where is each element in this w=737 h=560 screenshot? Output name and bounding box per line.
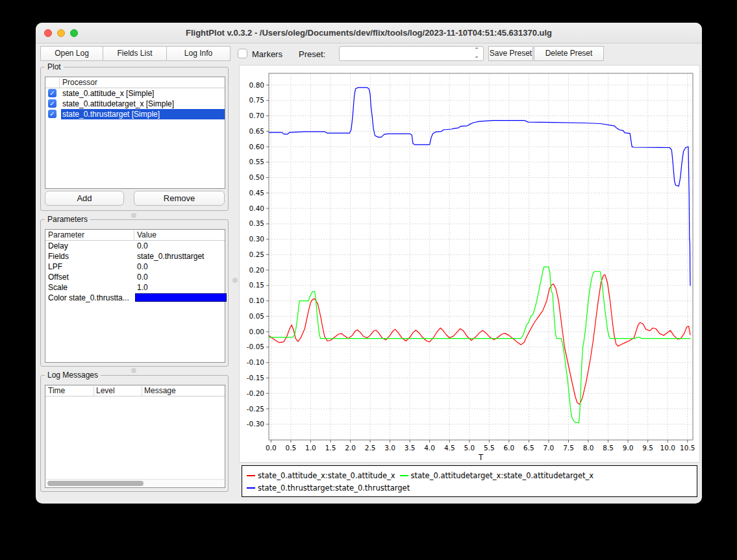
save-preset-button[interactable]: Save Preset	[488, 46, 533, 61]
log-messages-group: Log Messages Time Level Message	[40, 375, 229, 492]
parameters-table[interactable]: Parameter Value Delay0.0Fieldsstate_0.th…	[45, 229, 225, 363]
log-horizontal-scrollbar[interactable]	[46, 479, 224, 487]
y-tick-label: 0.25	[249, 250, 264, 258]
legend-item-label: state_0.attitude_x:state_0.attitude_x	[258, 471, 395, 480]
legend-item-label: state_0.thrusttarget:state_0.thrusttarge…	[258, 483, 410, 493]
processor-header-row: Processor	[45, 77, 225, 88]
column-divider	[94, 386, 94, 396]
delete-preset-button[interactable]: Delete Preset	[534, 46, 604, 61]
x-tick-label: 7.5	[563, 444, 574, 452]
legend-line-sample	[247, 475, 255, 476]
log-messages-table[interactable]: Time Level Message	[45, 385, 225, 488]
scrollbar-thumb[interactable]	[47, 481, 144, 486]
x-tick-label: 2.0	[345, 444, 356, 452]
preset-label: Preset:	[299, 49, 325, 59]
chart-legend: state_0.attitude_x:state_0.attitude_xsta…	[242, 465, 697, 497]
processor-row-label: state_0.thrusttarget [Simple]	[61, 109, 225, 119]
y-tick-label: 0.65	[249, 127, 264, 135]
splitter-handle-vertical[interactable]	[232, 278, 238, 283]
parameter-value: 1.0	[137, 282, 148, 293]
x-tick-label: 4.5	[444, 444, 455, 452]
row-checkbox[interactable]: ✓	[48, 110, 56, 118]
parameter-column-header: Parameter	[48, 230, 84, 241]
x-tick-label: 6.0	[504, 444, 515, 452]
y-tick-label: -0.15	[247, 374, 264, 382]
y-tick-label: 0.60	[249, 143, 264, 151]
row-checkbox[interactable]: ✓	[48, 89, 56, 97]
y-tick-label: 0.05	[249, 312, 264, 320]
chart-svg[interactable]: 0.00.51.01.52.02.53.03.54.04.55.05.56.06…	[240, 66, 699, 462]
processor-row[interactable]: ✓state_0.thrusttarget [Simple]	[45, 109, 225, 119]
parameter-row[interactable]: Scale1.0	[45, 282, 225, 293]
y-tick-label: 0.80	[249, 81, 264, 89]
x-tick-label: 8.0	[583, 444, 594, 452]
x-tick-label: 5.5	[484, 444, 495, 452]
y-tick-label: 0.55	[249, 158, 264, 165]
parameter-name: Offset	[48, 272, 69, 282]
preset-combobox[interactable]: ⌃⌄	[339, 46, 484, 61]
x-tick-label: 1.0	[305, 444, 316, 452]
y-tick-label: 0.45	[249, 189, 264, 197]
fields-list-button[interactable]: Fields List	[103, 46, 167, 61]
row-checkbox[interactable]: ✓	[48, 99, 56, 108]
x-tick-label: 8.5	[603, 444, 614, 452]
legend-item: state_0.thrusttarget:state_0.thrusttarge…	[247, 483, 410, 493]
y-tick-label: -0.10	[247, 358, 264, 366]
x-tick-label: 2.5	[365, 444, 376, 452]
legend-item: state_0.attitudetarget_x:state_0.attitud…	[400, 471, 594, 480]
processor-row[interactable]: ✓state_0.attitude_x [Simple]	[45, 88, 225, 99]
splitter-handle-bottom[interactable]	[131, 368, 136, 373]
y-tick-label: -0.25	[247, 405, 264, 413]
processor-row-label: state_0.attitude_x [Simple]	[61, 88, 225, 99]
parameter-value: 0.0	[137, 241, 148, 251]
y-tick-label: 0.20	[249, 266, 264, 274]
legend-row-2: state_0.thrusttarget:state_0.thrusttarge…	[247, 481, 692, 494]
chart-panel[interactable]: 0.00.51.01.52.02.53.03.54.04.55.05.56.06…	[239, 65, 700, 463]
y-tick-label: 0.00	[249, 328, 264, 335]
color-swatch[interactable]	[135, 293, 227, 302]
parameter-value: 0.0	[137, 272, 148, 282]
plot-processor-rows: ✓state_0.attitude_x [Simple]✓state_0.att…	[45, 88, 225, 119]
title-bar[interactable]: FlightPlot v.0.3.2 - /Users/oleg/Documen…	[36, 23, 702, 43]
parameter-name: Delay	[48, 241, 68, 251]
level-column-header: Level	[96, 385, 115, 396]
parameter-name: Scale	[48, 282, 68, 293]
y-tick-label: 0.75	[249, 96, 264, 104]
processor-row[interactable]: ✓state_0.attitudetarget_x [Simple]	[45, 99, 225, 109]
open-log-button[interactable]: Open Log	[40, 46, 103, 61]
parameter-name: LPF	[48, 262, 62, 272]
log-info-button[interactable]: Log Info	[166, 46, 231, 61]
parameter-row[interactable]: Delay0.0	[45, 241, 225, 251]
parameter-row[interactable]: Fieldsstate_0.thrusttarget	[45, 251, 225, 262]
add-button[interactable]: Add	[45, 191, 124, 206]
processor-column-header: Processor	[62, 77, 97, 88]
x-axis-label: T	[478, 453, 484, 462]
combo-stepper-icon[interactable]: ⌃⌄	[473, 47, 481, 60]
column-divider	[59, 78, 60, 88]
y-tick-label: 0.10	[249, 297, 264, 304]
x-tick-label: 1.5	[325, 444, 336, 452]
log-header-row: Time Level Message	[45, 385, 225, 396]
y-tick-label: -0.30	[247, 420, 264, 428]
parameter-row[interactable]: Offset0.0	[45, 272, 225, 282]
legend-line-sample	[247, 487, 255, 489]
parameter-name: Color state_0.thrustta...	[48, 293, 129, 303]
parameter-row[interactable]: LPF0.0	[45, 262, 225, 272]
parameter-color-row[interactable]: Color state_0.thrustta...	[45, 293, 225, 303]
x-tick-label: 9.5	[642, 444, 653, 452]
plot-group: Plot Processor ✓state_0.attitude_x [Simp…	[40, 67, 229, 211]
x-tick-label: 4.0	[424, 444, 435, 452]
x-tick-label: 5.0	[464, 444, 475, 452]
flightplot-window: FlightPlot v.0.3.2 - /Users/oleg/Documen…	[36, 23, 702, 504]
plot-processor-table[interactable]: Processor ✓state_0.attitude_x [Simple]✓s…	[45, 77, 225, 189]
remove-button[interactable]: Remove	[134, 191, 225, 206]
legend-row-1: state_0.attitude_x:state_0.attitude_xsta…	[247, 469, 692, 481]
x-tick-label: 10.5	[680, 444, 695, 452]
x-tick-label: 7.0	[543, 444, 555, 452]
y-tick-label: 0.35	[249, 219, 264, 227]
log-messages-group-title: Log Messages	[45, 371, 101, 380]
value-column-header: Value	[137, 230, 156, 241]
markers-checkbox[interactable]	[238, 49, 247, 58]
window-title: FlightPlot v.0.3.2 - /Users/oleg/Documen…	[36, 23, 702, 43]
splitter-handle-top[interactable]	[131, 213, 136, 218]
